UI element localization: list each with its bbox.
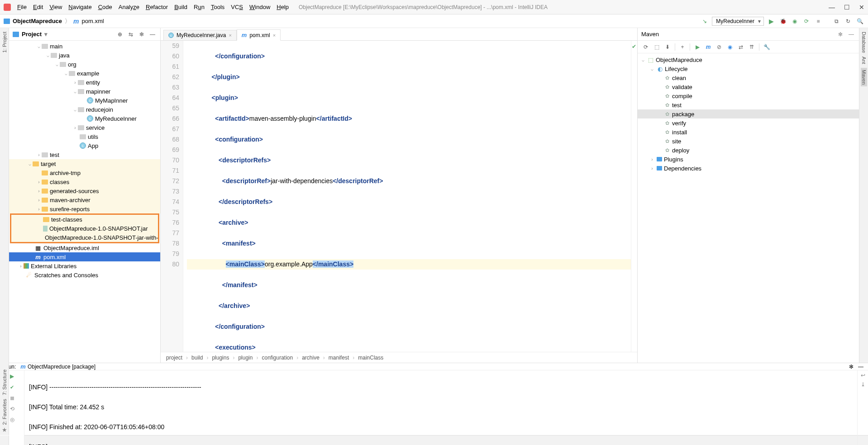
run-config-name[interactable]: ObjectMapreduce [package] xyxy=(28,364,95,370)
toggle-offline-icon[interactable]: ⊘ xyxy=(715,43,724,52)
expand-icon[interactable]: ⌵ xyxy=(54,62,60,67)
maven-goal[interactable]: deploy xyxy=(672,147,689,154)
menu-view[interactable]: View xyxy=(47,3,65,11)
expand-icon[interactable]: › xyxy=(72,125,78,130)
maven-goal[interactable]: install xyxy=(672,129,687,136)
maven-tree[interactable]: ⌵⬚ObjectMapreduce ⌵◐Lifecycle ✿clean ✿va… xyxy=(638,53,859,363)
tree-node[interactable]: java xyxy=(59,52,70,59)
run-button-icon[interactable]: ▶ xyxy=(767,17,776,26)
settings-icon[interactable]: ✻ xyxy=(138,30,146,38)
expand-icon[interactable]: › xyxy=(36,180,42,185)
crumb-item[interactable]: plugin xyxy=(238,355,253,361)
menu-analyze[interactable]: Analyze xyxy=(116,3,142,11)
tree-node[interactable]: utils xyxy=(88,133,98,140)
expand-icon[interactable]: ⌵ xyxy=(45,53,51,58)
crumb-item[interactable]: manifest xyxy=(329,355,349,361)
close-icon[interactable]: ✕ xyxy=(859,4,864,11)
tree-node[interactable]: mapinner xyxy=(86,88,110,95)
maven-goal[interactable]: test xyxy=(672,102,682,109)
maven-goal[interactable]: clean xyxy=(672,75,686,81)
update-icon[interactable]: ↻ xyxy=(844,17,853,26)
expand-icon[interactable]: › xyxy=(649,166,655,171)
expand-icon[interactable]: › xyxy=(72,80,78,85)
crumb-item[interactable]: build xyxy=(191,355,203,361)
editor-tab[interactable]: mpom.xml× xyxy=(237,29,281,41)
stop-icon[interactable]: ■ xyxy=(814,17,823,26)
expand-icon[interactable]: ⌵ xyxy=(63,71,69,76)
expand-icon[interactable]: ⌵ xyxy=(649,66,655,71)
tree-node[interactable]: main xyxy=(50,43,62,50)
maven-goal[interactable]: verify xyxy=(672,120,686,127)
maven-goal[interactable]: compile xyxy=(672,93,692,99)
show-deps-icon[interactable]: ⇄ xyxy=(736,43,745,52)
expand-icon[interactable]: ⌵ xyxy=(72,107,78,112)
code-area[interactable]: </configuration> </plugin> <plugin> <art… xyxy=(183,41,631,352)
tree-node[interactable]: entity xyxy=(86,79,100,86)
error-stripe[interactable]: ✔ xyxy=(631,41,637,352)
tree-node[interactable]: External Libraries xyxy=(31,263,76,270)
expand-icon[interactable]: › xyxy=(36,207,42,212)
hide-icon[interactable]: — xyxy=(858,364,863,370)
maven-node[interactable]: ObjectMapreduce xyxy=(656,57,702,63)
debug-button-icon[interactable]: 🐞 xyxy=(778,17,787,26)
tree-node[interactable]: test-classes xyxy=(51,216,82,223)
tree-node[interactable]: reducejoin xyxy=(86,106,113,113)
tree-node[interactable]: ObjectMapreduce-1.0-SNAPSHOT.jar xyxy=(49,225,148,232)
menu-file[interactable]: File xyxy=(14,3,29,11)
crumb-item[interactable]: plugins xyxy=(212,355,229,361)
menu-navigate[interactable]: Navigate xyxy=(66,3,94,11)
sidebar-tab-structure[interactable]: 7: Structure xyxy=(2,369,7,395)
settings-icon[interactable]: ✻ xyxy=(836,30,844,38)
coverage-icon[interactable]: ◉ xyxy=(790,17,799,26)
execute-goal-icon[interactable]: m xyxy=(704,43,713,52)
crumb-item[interactable]: archive xyxy=(302,355,320,361)
sidebar-tab-ant[interactable]: Ant xyxy=(861,57,867,64)
hide-icon[interactable]: — xyxy=(148,30,157,38)
maximize-icon[interactable]: ☐ xyxy=(844,4,850,11)
tree-node[interactable]: archive-tmp xyxy=(50,170,81,176)
expand-icon[interactable]: ⌵ xyxy=(27,161,33,166)
tree-node[interactable]: MyReduceInner xyxy=(95,115,137,122)
maven-goal[interactable]: site xyxy=(672,138,681,145)
breadcrumb-project[interactable]: ObjectMapreduce xyxy=(13,18,62,24)
run-icon[interactable]: ▶ xyxy=(693,43,702,52)
add-icon[interactable]: + xyxy=(678,43,687,52)
tree-node[interactable]: MyMapInner xyxy=(95,97,128,104)
menu-help[interactable]: Help xyxy=(274,3,291,11)
settings-icon[interactable]: ✻ xyxy=(849,364,854,370)
tree-node[interactable]: App xyxy=(88,142,98,149)
menu-edit[interactable]: Edit xyxy=(30,3,46,11)
run-console[interactable]: [INFO] ---------------------------------… xyxy=(24,370,857,445)
tree-node[interactable]: surefire-reports xyxy=(50,206,90,213)
expand-icon[interactable]: › xyxy=(36,189,42,194)
hide-icon[interactable]: — xyxy=(847,30,855,38)
tree-node[interactable]: classes xyxy=(50,179,69,185)
maven-node[interactable]: Plugins xyxy=(664,156,683,163)
close-tab-icon[interactable]: × xyxy=(229,33,231,38)
build-icon[interactable]: ↘ xyxy=(700,17,709,26)
collapse-all-icon[interactable]: ⇈ xyxy=(747,43,756,52)
tree-node[interactable]: maven-archiver xyxy=(50,197,91,204)
maven-goal[interactable]: validate xyxy=(672,84,692,90)
expand-icon[interactable]: › xyxy=(649,157,655,162)
expand-icon[interactable]: › xyxy=(18,264,24,269)
crumb-item[interactable]: project xyxy=(166,355,182,361)
tree-node[interactable]: generated-sources xyxy=(50,188,99,194)
maven-goal[interactable]: package xyxy=(672,111,694,118)
sidebar-tab-favorites[interactable]: 2: Favorites xyxy=(2,399,7,425)
tree-node[interactable]: pom.xml xyxy=(43,254,66,260)
dropdown-icon[interactable]: ▾ xyxy=(44,31,48,38)
collapse-icon[interactable]: ⇆ xyxy=(127,30,135,38)
tree-node[interactable]: test xyxy=(50,151,59,158)
crumb-item[interactable]: configuration xyxy=(262,355,293,361)
sidebar-tab-maven[interactable]: Maven xyxy=(861,68,867,86)
expand-icon[interactable]: ⌵ xyxy=(36,44,42,49)
tree-node[interactable]: example xyxy=(77,70,99,77)
download-icon[interactable]: ⬇ xyxy=(663,43,672,52)
menu-code[interactable]: Code xyxy=(95,3,115,11)
menu-vcs[interactable]: VCS xyxy=(228,3,246,11)
tree-node[interactable]: org xyxy=(68,61,76,68)
menu-build[interactable]: Build xyxy=(172,3,190,11)
generate-icon[interactable]: ⬚ xyxy=(652,43,661,52)
editor-tab[interactable]: cMyReduceInner.java× xyxy=(163,30,237,40)
